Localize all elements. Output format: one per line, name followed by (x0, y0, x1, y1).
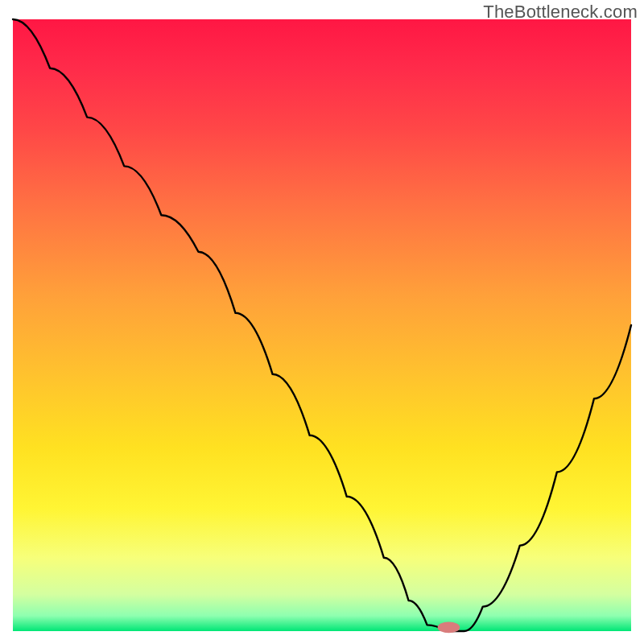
watermark-text: TheBottleneck.com (483, 2, 638, 23)
svg-rect-1 (0, 631, 644, 644)
bottleneck-chart (0, 0, 644, 644)
chart-container: TheBottleneck.com (0, 0, 644, 644)
svg-rect-3 (631, 0, 644, 644)
svg-rect-2 (0, 0, 13, 644)
gradient-background (13, 19, 631, 631)
optimal-point-marker (438, 622, 460, 634)
plot-area (13, 19, 631, 631)
